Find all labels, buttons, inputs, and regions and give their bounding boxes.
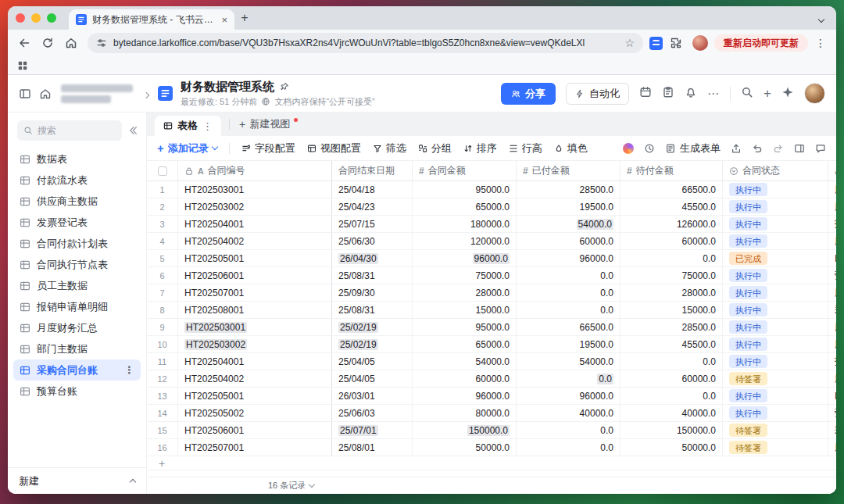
cell-unpaid[interactable]: 66500.0 [620,181,723,198]
cell-contract-id[interactable]: HT202505001 [178,388,332,404]
apps-grid-icon[interactable] [17,60,28,71]
row-number[interactable]: 10 [147,336,178,352]
cell-contract-name[interactable]: 技 [828,353,836,370]
cell-unpaid[interactable]: 60000.0 [620,233,723,249]
cell-status[interactable]: 待签署 [723,439,828,456]
cell-amount[interactable]: 80000.0 [413,405,517,421]
bell-icon[interactable] [685,86,697,102]
cell-paid[interactable]: 0.0 [517,370,620,387]
cell-paid[interactable]: 54000.0 [517,353,620,370]
cell-paid[interactable]: 0.0 [517,284,620,301]
browser-update-button[interactable]: 重新启动即可更新 [714,34,808,52]
comment-icon[interactable] [815,143,826,154]
home-icon[interactable] [39,88,52,100]
cell-status[interactable]: 执行中 [723,353,828,370]
address-bar[interactable]: bytedance.larkoffice.com/base/VQU3b7Hsxa… [88,33,643,53]
cell-status[interactable]: 执行中 [723,267,828,284]
refresh-button[interactable] [38,33,58,53]
view-options-icon[interactable]: ⋮ [202,120,213,132]
column-header-end-date[interactable]: 合同结束日期 [332,161,413,181]
view-tab-grid[interactable]: 表格 ⋮ [155,116,221,136]
column-header-paid[interactable]: # 已付金额 [517,161,620,181]
undo-icon[interactable] [752,143,763,154]
cell-contract-name[interactable]: 技 [828,216,836,232]
cell-contract-id[interactable]: HT202504001 [178,353,332,370]
cell-end-date[interactable]: 25/07/01 [332,422,413,438]
cell-contract-id[interactable]: HT202505001 [178,250,332,266]
share-button[interactable]: 分享 [501,83,556,105]
site-settings-icon[interactable] [96,38,107,48]
cell-contract-name[interactable]: 服 [828,198,836,215]
collapse-panel-icon[interactable] [127,125,138,136]
column-header-unpaid[interactable]: # 待付金额 [620,161,723,181]
cell-amount[interactable]: 15000.0 [413,302,517,318]
cell-end-date[interactable]: 25/04/23 [332,198,413,215]
view-config-button[interactable]: 视图配置 [307,141,361,155]
column-header-contract-id[interactable]: A 合同编号 [178,161,332,181]
group-button[interactable]: 分组 [418,141,452,155]
bookmark-star-icon[interactable]: ☆ [624,38,635,48]
cell-status[interactable]: 执行中 [723,388,828,404]
cell-status[interactable]: 执行中 [723,336,828,352]
sidebar-item-8[interactable]: 月度财务汇总 [13,317,141,338]
browser-menu-icon[interactable]: ⋮ [811,37,830,49]
tab-search-icon[interactable] [814,8,828,28]
select-all-checkbox[interactable] [158,166,167,176]
cell-status[interactable]: 执行中 [723,181,828,198]
cell-amount[interactable]: 28000.0 [413,284,517,301]
sidebar-item-6[interactable]: 员工主数据 [13,275,141,296]
cell-contract-id[interactable]: HT202507001 [178,284,332,301]
side-panel-icon[interactable] [794,143,805,154]
row-number[interactable]: 7 [147,284,178,301]
row-number[interactable]: 12 [147,370,178,387]
cell-contract-name[interactable]: 采 [828,422,836,438]
cell-unpaid[interactable]: 0.0 [620,388,723,404]
cell-contract-name[interactable]: 服 [828,181,836,198]
cell-status[interactable]: 执行中 [723,319,828,335]
cell-amount[interactable]: 95000.0 [413,181,517,198]
cell-status[interactable]: 执行中 [723,233,828,249]
cell-paid[interactable]: 96000.0 [517,388,620,404]
cell-amount[interactable]: 120000.0 [413,233,517,249]
cell-unpaid[interactable]: 126000.0 [620,216,723,232]
fill-color-button[interactable]: 填色 [554,141,588,155]
cell-contract-name[interactable]: 服 [828,233,836,249]
collaborator-presence-icon[interactable] [623,143,634,154]
cell-unpaid[interactable]: 0.0 [620,353,723,370]
share-view-icon[interactable] [731,143,742,154]
search-input[interactable]: 搜索 [17,120,122,141]
tab-close-icon[interactable]: × [221,15,227,25]
cell-contract-name[interactable]: 劳 [828,405,836,421]
history-icon[interactable] [644,143,655,154]
sidebar-item-1[interactable]: 付款流水表 [13,170,141,191]
cell-status[interactable]: 执行中 [723,405,828,421]
cell-amount[interactable]: 50000.0 [413,439,517,456]
cell-amount[interactable]: 150000.0 [413,422,517,438]
cell-contract-name[interactable]: 服 [828,284,836,301]
cell-unpaid[interactable]: 0.0 [620,250,723,266]
cell-amount[interactable]: 75000.0 [413,267,517,284]
cell-amount[interactable]: 180000.0 [413,216,517,232]
cell-amount[interactable]: 65000.0 [413,198,517,215]
cell-paid[interactable]: 0.0 [517,439,620,456]
cell-amount[interactable]: 54000.0 [413,353,517,370]
column-header-clipped[interactable]: A [828,161,836,181]
cell-contract-id[interactable]: HT202506001 [178,422,332,438]
cell-unpaid[interactable]: 40000.0 [620,405,723,421]
cell-amount[interactable]: 96000.0 [413,388,517,404]
new-tab-button[interactable]: + [234,8,255,28]
cell-paid[interactable]: 19500.0 [517,336,620,352]
cell-paid[interactable]: 96000.0 [517,250,620,266]
cell-paid[interactable]: 0.0 [517,422,620,438]
row-number[interactable]: 4 [147,233,178,249]
cell-end-date[interactable]: 25/08/01 [332,439,413,456]
cell-contract-name[interactable]: 服 [828,370,836,387]
cell-status[interactable]: 执行中 [723,302,828,318]
more-icon[interactable]: ⋯ [707,87,720,101]
sidebar-item-2[interactable]: 供应商主数据 [13,191,141,212]
cell-contract-name[interactable]: IT [828,388,836,404]
cell-status[interactable]: 待签署 [723,422,828,438]
cell-end-date[interactable]: 25/04/18 [332,181,413,198]
cell-unpaid[interactable]: 45500.0 [620,198,723,215]
cell-unpaid[interactable]: 28500.0 [620,319,723,335]
